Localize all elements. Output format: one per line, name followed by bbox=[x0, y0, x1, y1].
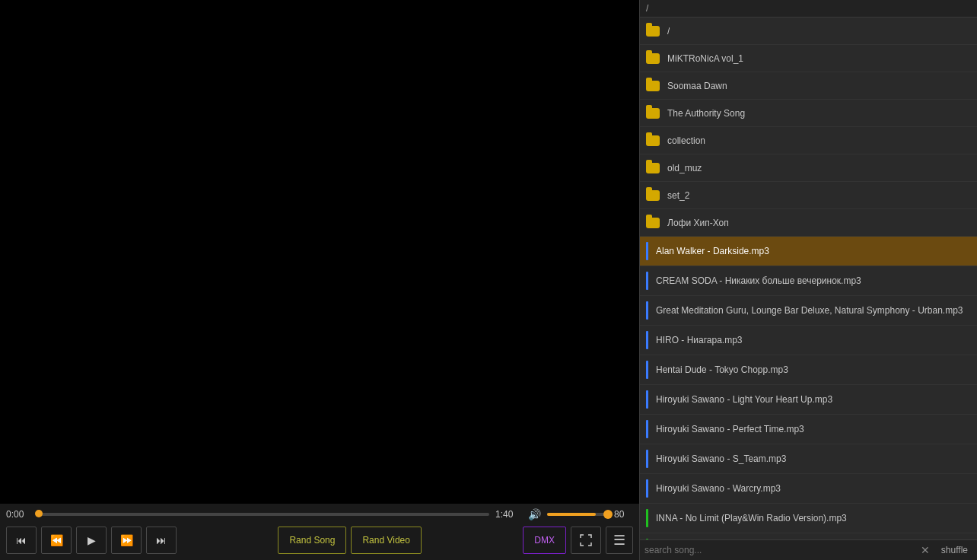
track-name: INNA - No Limit (Play&Win Radio Version)… bbox=[656, 513, 847, 523]
time-total: 1:40 bbox=[495, 509, 522, 520]
list-item[interactable]: Hiroyuki Sawano - Light Your Heart Up.mp… bbox=[640, 385, 977, 415]
folder-name: Лофи Хип-Хоп bbox=[667, 218, 729, 228]
list-item[interactable]: INNA - Sun Is Up (Play & Win Radio Edit)… bbox=[640, 533, 977, 539]
track-name: Hentai Dude - Tokyo Chopp.mp3 bbox=[656, 364, 788, 375]
track-indicator bbox=[646, 272, 648, 290]
folder-icon bbox=[646, 135, 660, 146]
track-indicator bbox=[646, 301, 648, 320]
track-indicator bbox=[646, 361, 648, 379]
list-item[interactable]: The Authority Song bbox=[640, 100, 977, 127]
fullscreen-button[interactable] bbox=[571, 527, 601, 554]
folder-name: MiKTRoNicA vol_1 bbox=[667, 53, 743, 64]
track-name: Hiroyuki Sawano - S_Team.mp3 bbox=[656, 453, 786, 464]
track-indicator bbox=[646, 509, 648, 527]
fullscreen-icon bbox=[580, 534, 592, 546]
folder-name: old_muz bbox=[667, 163, 702, 173]
menu-button[interactable]: ☰ bbox=[606, 527, 633, 554]
track-name: Hiroyuki Sawano - Light Your Heart Up.mp… bbox=[656, 394, 832, 405]
video-area bbox=[0, 0, 639, 504]
folder-icon bbox=[646, 108, 660, 119]
time-current: 0:00 bbox=[6, 509, 33, 520]
volume-icon[interactable]: 🔊 bbox=[528, 508, 541, 520]
folder-name: Soomaa Dawn bbox=[667, 81, 727, 91]
shuffle-button[interactable]: shuffle bbox=[937, 543, 972, 557]
list-item[interactable]: set_2 bbox=[640, 182, 977, 209]
list-item[interactable]: HIRO - Ниагара.mp3 bbox=[640, 326, 977, 355]
folder-icon bbox=[646, 53, 660, 64]
rewind-button[interactable]: ⏪ bbox=[41, 527, 72, 554]
list-item[interactable]: Hiroyuki Sawano - Perfect Time.mp3 bbox=[640, 415, 977, 444]
next-track-button[interactable]: ⏭ bbox=[146, 527, 177, 554]
list-item[interactable]: Hiroyuki Sawano - Warcry.mp3 bbox=[640, 474, 977, 504]
track-name: Great Meditation Guru, Lounge Bar Deluxe… bbox=[656, 305, 963, 316]
track-indicator bbox=[646, 390, 648, 409]
track-indicator bbox=[646, 450, 648, 468]
rand-video-button[interactable]: Rand Video bbox=[351, 527, 422, 554]
list-item[interactable]: MiKTRoNicA vol_1 bbox=[640, 45, 977, 72]
buttons-row: ⏮ ⏪ ▶ ⏩ ⏭ Rand Song Rand Video DMX ☰ bbox=[0, 523, 639, 560]
track-indicator bbox=[646, 242, 648, 260]
controls-bar: 0:00 1:40 🔊 80 ⏮ ⏪ ▶ ⏩ ⏭ Rand Song Rand … bbox=[0, 504, 639, 560]
track-name: HIRO - Ниагара.mp3 bbox=[656, 335, 743, 345]
playlist-panel: / /MiKTRoNicA vol_1Soomaa DawnThe Author… bbox=[639, 0, 977, 560]
play-button[interactable]: ▶ bbox=[76, 527, 107, 554]
list-item[interactable]: CREAM SODA - Никаких больше вечеринок.mp… bbox=[640, 266, 977, 296]
video-panel: 0:00 1:40 🔊 80 ⏮ ⏪ ▶ ⏩ ⏭ Rand Song Rand … bbox=[0, 0, 639, 560]
playlist-scroll[interactable]: /MiKTRoNicA vol_1Soomaa DawnThe Authorit… bbox=[640, 18, 977, 539]
folder-name: collection bbox=[667, 135, 705, 146]
search-bar: ✕ shuffle bbox=[640, 539, 977, 560]
folder-name: / bbox=[667, 26, 670, 37]
list-item[interactable]: Hentai Dude - Tokyo Chopp.mp3 bbox=[640, 355, 977, 385]
folder-icon bbox=[646, 190, 660, 201]
list-item[interactable]: Soomaa Dawn bbox=[640, 72, 977, 100]
rand-song-button[interactable]: Rand Song bbox=[278, 527, 346, 554]
list-item[interactable]: / bbox=[640, 18, 977, 45]
list-item[interactable]: INNA - No Limit (Play&Win Radio Version)… bbox=[640, 504, 977, 533]
dmx-button[interactable]: DMX bbox=[523, 527, 566, 554]
volume-thumb bbox=[603, 510, 613, 519]
list-item[interactable]: Alan Walker - Darkside.mp3 bbox=[640, 237, 977, 266]
track-name: Hiroyuki Sawano - Perfect Time.mp3 bbox=[656, 424, 804, 434]
list-item[interactable]: Hiroyuki Sawano - S_Team.mp3 bbox=[640, 444, 977, 474]
search-clear-icon[interactable]: ✕ bbox=[918, 543, 932, 557]
track-name: Alan Walker - Darkside.mp3 bbox=[656, 246, 769, 256]
search-input[interactable] bbox=[644, 545, 914, 555]
prev-track-button[interactable]: ⏮ bbox=[6, 527, 37, 554]
track-indicator bbox=[646, 420, 648, 438]
track-indicator bbox=[646, 479, 648, 498]
list-item[interactable]: Great Meditation Guru, Lounge Bar Deluxe… bbox=[640, 296, 977, 326]
fast-forward-button[interactable]: ⏩ bbox=[111, 527, 142, 554]
progress-thumb bbox=[35, 510, 43, 517]
folder-icon bbox=[646, 81, 660, 91]
volume-track[interactable] bbox=[547, 513, 608, 516]
folder-icon bbox=[646, 163, 660, 173]
list-item[interactable]: Лофи Хип-Хоп bbox=[640, 209, 977, 237]
playlist-path: / bbox=[646, 3, 648, 14]
list-item[interactable]: collection bbox=[640, 127, 977, 154]
track-name: Hiroyuki Sawano - Warcry.mp3 bbox=[656, 483, 781, 494]
volume-value: 80 bbox=[614, 509, 633, 520]
playlist-header: / bbox=[640, 0, 977, 18]
list-item[interactable]: old_muz bbox=[640, 154, 977, 182]
folder-name: The Authority Song bbox=[667, 108, 745, 119]
track-name: CREAM SODA - Никаких больше вечеринок.mp… bbox=[656, 275, 861, 286]
progress-row: 0:00 1:40 🔊 80 bbox=[0, 504, 639, 523]
folder-icon bbox=[646, 218, 660, 228]
progress-track[interactable] bbox=[39, 513, 489, 516]
volume-fill bbox=[547, 513, 596, 516]
track-indicator bbox=[646, 331, 648, 349]
folder-icon bbox=[646, 26, 660, 37]
folder-name: set_2 bbox=[667, 190, 689, 201]
